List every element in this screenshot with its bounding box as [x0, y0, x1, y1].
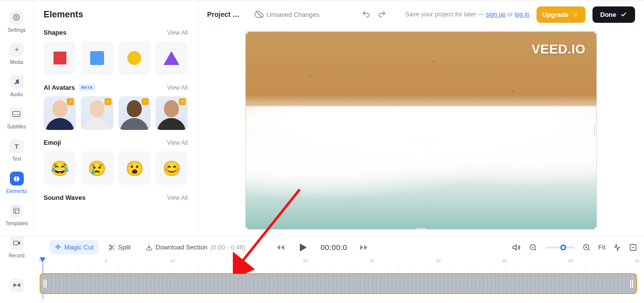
nav-media[interactable]: Media: [10, 43, 24, 65]
shape-rounded-square[interactable]: [81, 41, 113, 75]
video-canvas[interactable]: VEED.IO ⟳: [245, 31, 597, 230]
resize-handle-mr[interactable]: [594, 125, 597, 136]
nav-label: Elements: [6, 188, 27, 194]
svg-line-7: [256, 11, 263, 18]
nav-settings[interactable]: Settings: [7, 10, 25, 33]
nav-label: Text: [12, 156, 21, 162]
waveform-icon[interactable]: [613, 243, 621, 251]
avatar-2[interactable]: ⚡: [81, 96, 113, 130]
emoji-blush[interactable]: 😊: [156, 151, 188, 185]
nav-label: Audio: [10, 92, 23, 97]
video-clip[interactable]: [40, 273, 637, 294]
emoji-joy[interactable]: 😂: [44, 151, 76, 185]
rewind-icon[interactable]: [276, 243, 285, 252]
watermark: VEED.IO: [532, 42, 586, 57]
nav-label: Subtitles: [7, 124, 26, 129]
music-note-icon: [10, 75, 24, 89]
shape-square[interactable]: [44, 41, 76, 75]
fit-button[interactable]: Fit: [598, 243, 605, 251]
shapes-view-all[interactable]: View All: [167, 29, 188, 36]
svg-point-0: [16, 16, 18, 18]
emoji-view-all[interactable]: View All: [167, 139, 188, 146]
nav-templates[interactable]: Templates: [5, 204, 28, 226]
ruler-tick: 10: [170, 258, 175, 263]
emoji-wow[interactable]: 😮: [118, 151, 151, 185]
elements-panel: Elements Shapes View All AI Avatars BETA…: [34, 0, 198, 236]
topbar: Project Na... Unsaved Changes Save your …: [198, 0, 644, 28]
bolt-icon: ⚡: [179, 98, 186, 105]
subtitles-icon: [9, 107, 23, 121]
svg-rect-5: [14, 208, 19, 214]
clip-trim-right[interactable]: [630, 280, 633, 288]
settings-small-icon[interactable]: [629, 243, 637, 251]
timeline[interactable]: 051015202530354045: [0, 258, 644, 303]
nav-label: Settings: [7, 27, 25, 33]
avatar-1[interactable]: ⚡: [44, 96, 76, 130]
canvas-area: Project Na... Unsaved Changes Save your …: [198, 0, 644, 236]
emoji-cry[interactable]: 😢: [81, 151, 113, 185]
download-icon: [146, 244, 153, 251]
bolt-icon: ⚡: [572, 11, 580, 18]
magic-cut-button[interactable]: Magic Cut: [50, 240, 99, 254]
redo-icon[interactable]: [377, 10, 386, 19]
zoom-slider[interactable]: [545, 246, 575, 248]
avatar-4[interactable]: ⚡: [156, 96, 188, 130]
section-emoji-title: Emoji: [44, 139, 61, 146]
nav-audio[interactable]: Audio: [10, 75, 24, 97]
play-button[interactable]: [297, 242, 309, 253]
avatar-3[interactable]: ⚡: [118, 96, 151, 130]
svg-line-19: [588, 249, 590, 250]
project-name[interactable]: Project Na...: [207, 10, 243, 18]
unsaved-indicator: Unsaved Changes: [255, 10, 320, 19]
sparkle-icon: [54, 244, 61, 251]
ruler-tick: 25: [369, 258, 374, 263]
signup-link[interactable]: sign up: [486, 11, 506, 18]
panel-title: Elements: [44, 9, 188, 20]
volume-icon[interactable]: [512, 243, 521, 252]
undo-icon[interactable]: [362, 10, 371, 19]
resize-handle-br[interactable]: [594, 227, 597, 230]
nav-subtitles[interactable]: Subtitles: [7, 107, 26, 129]
shapes-icon: [10, 172, 24, 185]
section-shapes-title: Shapes: [44, 29, 66, 36]
resize-handle-bm[interactable]: [416, 228, 427, 230]
login-link[interactable]: log in: [515, 11, 530, 18]
nav-label: Media: [10, 60, 23, 65]
scissors-icon: [108, 244, 115, 251]
nav-label: Templates: [5, 221, 28, 226]
svg-line-12: [110, 246, 111, 247]
playback-controls: Magic Cut Split Download Section(0:00 - …: [0, 236, 644, 258]
ruler-tick: 0: [38, 258, 41, 263]
layout-icon: [9, 204, 23, 218]
shape-circle[interactable]: [118, 41, 151, 75]
timeline-ruler[interactable]: 051015202530354045: [40, 258, 637, 270]
nav-elements[interactable]: Elements: [6, 172, 27, 194]
svg-point-2: [17, 82, 19, 84]
ruler-tick: 30: [435, 258, 440, 263]
beta-badge: BETA: [79, 84, 95, 91]
forward-icon[interactable]: [359, 243, 368, 252]
save-prompt: Save your project for later — sign up or…: [405, 11, 530, 18]
nav-text[interactable]: T Text: [10, 139, 24, 162]
avatars-view-all[interactable]: View All: [167, 84, 188, 91]
bolt-icon: ⚡: [142, 98, 149, 105]
clip-trim-left[interactable]: [44, 280, 47, 288]
download-section-button[interactable]: Download Section(0:00 - 0:46): [141, 240, 251, 254]
cloud-off-icon: [255, 10, 264, 19]
split-button[interactable]: Split: [104, 240, 136, 254]
shape-triangle[interactable]: [156, 41, 188, 75]
zoom-out-icon[interactable]: [529, 243, 537, 251]
svg-line-16: [535, 249, 536, 250]
svg-rect-3: [13, 112, 20, 117]
svg-point-1: [14, 83, 16, 85]
zoom-in-icon[interactable]: [583, 243, 590, 251]
check-icon: [620, 11, 627, 18]
done-button[interactable]: Done: [592, 6, 636, 23]
upgrade-button[interactable]: Upgrade⚡: [537, 6, 586, 23]
plus-icon: [10, 43, 24, 57]
ruler-tick: 20: [303, 258, 308, 263]
soundwaves-view-all[interactable]: View All: [167, 194, 188, 201]
svg-line-11: [112, 248, 114, 249]
text-icon: T: [10, 139, 24, 153]
ruler-tick: 45: [635, 258, 640, 263]
